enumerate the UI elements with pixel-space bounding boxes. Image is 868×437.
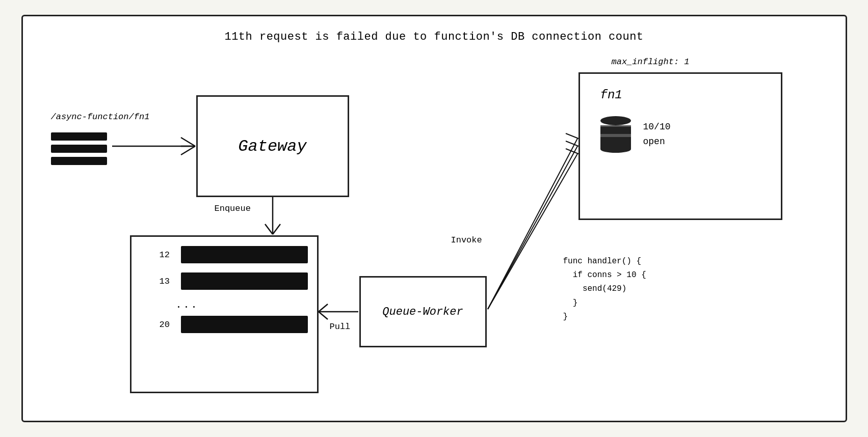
fn1-box: fn1 10/10 open [578,72,782,220]
queue-dots: ... [176,299,308,311]
svg-line-6 [273,224,280,234]
svg-line-1 [181,138,195,146]
db-mid2 [600,135,631,146]
fn1-title: fn1 [600,88,767,102]
queue-bar-13 [181,272,308,290]
fn1-db-row: 10/10 open [600,116,767,153]
queue-row-12: 12 [160,246,308,263]
queue-bar-20 [181,316,308,333]
svg-line-14 [566,133,578,139]
queue-num-12: 12 [160,250,176,260]
svg-line-9 [319,312,328,319]
diagram-title: 11th request is failed due to function's… [224,31,643,43]
gateway-label: Gateway [238,137,306,156]
enqueue-label: Enqueue [215,204,251,213]
db-bottom [600,146,631,153]
svg-line-5 [265,224,273,234]
db-mid [600,125,631,135]
fn1-db-status: open [643,134,671,149]
database-icon [600,116,631,153]
queue-box: 12 13 ... 20 [130,235,319,393]
gateway-box: Gateway [196,95,349,197]
req-line-1 [51,132,107,141]
queue-bar-12 [181,246,308,263]
fn1-db-info: 10/10 open [643,120,671,149]
svg-line-8 [319,304,328,312]
code-block: func handler() { if conns > 10 { send(42… [563,255,646,324]
req-line-3 [51,157,107,165]
svg-line-13 [566,141,578,146]
req-line-2 [51,145,107,153]
svg-line-15 [566,149,578,154]
diagram-container: 11th request is failed due to function's… [21,15,847,422]
request-lines [51,132,107,169]
svg-line-3 [181,146,195,155]
queue-num-13: 13 [160,277,176,286]
db-top [600,116,631,125]
fn1-db-connections: 10/10 [643,120,671,134]
pull-label: Pull [330,322,351,332]
invoke-label: Invoke [451,235,482,245]
request-path-label: /async-function/fn1 [51,112,150,122]
queue-worker-label: Queue-Worker [382,306,463,318]
queue-row-13: 13 [160,272,308,290]
max-inflight-label: max_inflight: 1 [612,57,690,67]
queue-num-20: 20 [160,320,176,330]
queue-row-20: 20 [160,316,308,333]
queue-worker-box: Queue-Worker [359,276,487,347]
